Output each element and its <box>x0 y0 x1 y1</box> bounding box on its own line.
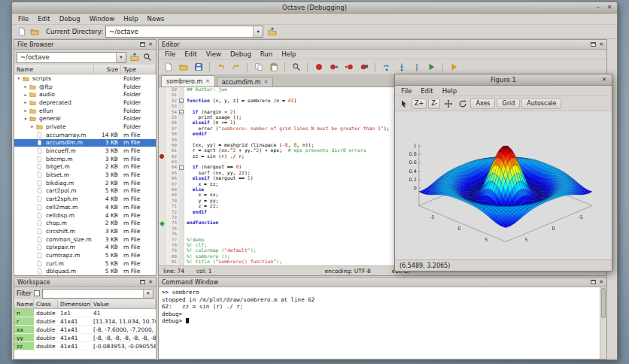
file-browser-path-combo[interactable]: ~/octave ▾ <box>17 52 126 63</box>
tree-item[interactable]: cell2mat.m4 KBm File <box>14 203 156 211</box>
line-number[interactable]: 64 <box>166 165 178 170</box>
tree-item[interactable]: common_size.m3 KBm File <box>14 235 156 244</box>
step-out-icon[interactable] <box>410 61 423 73</box>
column-class[interactable]: Class <box>34 299 58 308</box>
tree-item[interactable]: cplxpair.m4 KBm File <box>14 243 156 251</box>
breakpoint-margin[interactable] <box>159 232 166 237</box>
editor-menu-view[interactable]: View <box>202 50 226 58</box>
workspace-row[interactable]: xxdouble41x41[-8, -7.6000, -7.2000, -6.8 <box>14 326 156 334</box>
paste-icon[interactable] <box>267 61 280 73</box>
fold-margin[interactable]: − <box>178 165 184 170</box>
breakpoint-margin[interactable] <box>159 148 166 153</box>
line-number[interactable]: 65 <box>166 171 178 176</box>
fold-margin[interactable] <box>178 210 184 215</box>
workspace-row[interactable]: yydouble41x41[-8, -8, -8, -8, -8, -8, -8… <box>14 334 156 342</box>
fold-margin[interactable] <box>178 148 184 153</box>
folder-up-icon[interactable] <box>128 51 141 63</box>
figure-menu-help[interactable]: Help <box>438 87 461 95</box>
breakpoint-margin[interactable] <box>159 110 166 115</box>
menu-debug[interactable]: Debug <box>55 15 85 23</box>
breakpoint-margin[interactable] <box>159 159 166 165</box>
tree-item[interactable]: cart2sph.m4 KBm File <box>14 195 156 203</box>
breakpoint-margin[interactable] <box>159 259 166 265</box>
breakpoint-margin[interactable] <box>159 204 166 209</box>
expander-icon[interactable]: ▸ <box>23 108 29 113</box>
line-number[interactable]: 76 <box>166 232 178 237</box>
tree-item[interactable]: cart2pol.m5 KBm File <box>14 187 156 196</box>
column-size[interactable]: Size <box>94 65 121 74</box>
chevron-down-icon[interactable]: ▾ <box>143 290 153 298</box>
tree-item[interactable]: blkdiag.m2 KBm File <box>14 179 156 187</box>
chevron-down-icon[interactable]: ▾ <box>116 53 126 62</box>
line-number[interactable]: 58 <box>166 132 178 137</box>
line-number[interactable]: 51 <box>166 93 178 98</box>
line-number[interactable]: 77 <box>166 238 178 243</box>
line-number[interactable]: 68 <box>166 187 178 193</box>
fold-margin[interactable] <box>178 182 184 187</box>
breakpoint-margin[interactable] <box>159 171 166 176</box>
find-icon[interactable] <box>290 61 302 73</box>
tree-item[interactable]: dblquad.m5 KBm File <box>14 268 156 276</box>
new-file-icon[interactable] <box>162 61 175 73</box>
tree-item[interactable]: ▾scriptsFolder <box>14 74 156 83</box>
pan-icon[interactable] <box>442 98 454 110</box>
breakpoint-margin[interactable] <box>159 182 166 187</box>
save-icon[interactable] <box>192 61 205 73</box>
undock-icon[interactable] <box>140 42 145 47</box>
chevron-down-icon[interactable]: ▾ <box>253 26 263 37</box>
expander-icon[interactable]: ▾ <box>23 117 29 121</box>
close-panel-icon[interactable]: ✕ <box>599 280 603 285</box>
line-number[interactable]: 63 <box>166 159 178 165</box>
line-number[interactable]: 80 <box>166 254 178 259</box>
fold-margin[interactable] <box>178 187 184 193</box>
fold-margin[interactable] <box>178 87 184 93</box>
breakpoint-margin[interactable] <box>159 226 166 232</box>
breakpoint-margin[interactable] <box>159 220 166 226</box>
close-icon[interactable]: ✕ <box>605 3 614 12</box>
directory-up-icon[interactable] <box>266 26 278 38</box>
line-number[interactable]: 69 <box>166 193 178 198</box>
fold-margin[interactable] <box>178 243 184 248</box>
breakpoint-margin[interactable] <box>159 154 166 159</box>
breakpoint-margin[interactable] <box>159 210 166 215</box>
continue-icon[interactable] <box>425 61 438 73</box>
grid-button[interactable]: Grid <box>497 99 520 109</box>
breakpoint-margin[interactable] <box>159 165 166 170</box>
line-number[interactable]: 73 <box>166 215 178 220</box>
minimize-icon[interactable]: – <box>594 3 603 12</box>
column-dimension[interactable]: Dimension <box>58 299 91 308</box>
line-number[interactable]: 54 <box>166 110 178 115</box>
undock-icon[interactable] <box>591 280 596 284</box>
fold-icon[interactable]: − <box>179 110 184 114</box>
expander-icon[interactable]: ▾ <box>16 76 22 80</box>
breakpoint-margin[interactable] <box>159 248 166 253</box>
close-panel-icon[interactable]: ✕ <box>148 42 153 47</box>
expander-icon[interactable]: ▸ <box>29 124 35 129</box>
tree-item[interactable]: bitcmp.m3 KBm File <box>14 155 156 163</box>
editor-menu-help[interactable]: Help <box>277 50 300 58</box>
autoscale-button[interactable]: Autoscale <box>521 99 561 109</box>
breakpoint-margin[interactable] <box>159 199 166 204</box>
fold-margin[interactable]: − <box>178 99 184 104</box>
close-panel-icon[interactable]: ✕ <box>599 42 603 47</box>
fold-margin[interactable] <box>178 204 184 209</box>
workspace-row[interactable]: ndouble1x141 <box>14 309 156 317</box>
editor-tab-sombrero-m[interactable]: sombrero.m✕ <box>161 75 215 86</box>
tree-item[interactable]: ▾generalFolder <box>14 114 156 123</box>
line-number[interactable]: 72 <box>166 210 178 215</box>
breakpoint-icon[interactable] <box>160 154 164 159</box>
tree-item[interactable]: ▸elfunFolder <box>14 107 156 115</box>
fold-margin[interactable] <box>178 159 184 165</box>
breakpoint-margin[interactable] <box>159 143 166 148</box>
tree-item[interactable]: accumdim.m3 KBm File <box>14 139 156 147</box>
rotate-icon[interactable] <box>456 98 469 110</box>
line-number[interactable]: 70 <box>166 199 178 204</box>
tree-item[interactable]: bitset.m3 KBm File <box>14 171 156 179</box>
editor-menu-run[interactable]: Run <box>256 50 277 58</box>
filter-checkbox[interactable] <box>34 290 40 296</box>
line-number[interactable]: 60 <box>166 143 178 148</box>
line-number[interactable]: 71 <box>166 204 178 209</box>
fold-margin[interactable]: − <box>178 110 184 115</box>
fold-margin[interactable] <box>178 171 184 176</box>
menu-news[interactable]: News <box>143 15 169 23</box>
